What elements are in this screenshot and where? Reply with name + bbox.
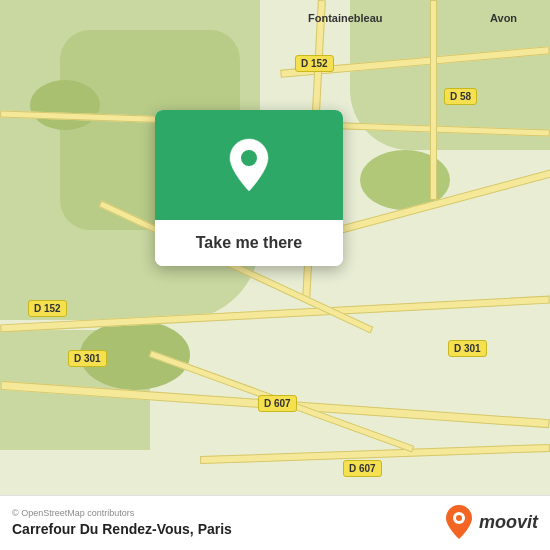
green-patch-1: [30, 80, 100, 130]
popup-card: Take me there: [155, 110, 343, 266]
road-label-d301-right: D 301: [448, 340, 487, 357]
road-label-d152-left: D 152: [28, 300, 67, 317]
road-label-d301-left: D 301: [68, 350, 107, 367]
moovit-pin-icon: [445, 504, 473, 540]
location-name: Carrefour Du Rendez-Vous, Paris: [12, 521, 232, 537]
town-label-fontainebleau: Fontainebleau: [308, 12, 383, 24]
svg-point-2: [456, 515, 462, 521]
town-label-avon: Avon: [490, 12, 517, 24]
take-me-there-button[interactable]: Take me there: [155, 220, 343, 266]
copyright-text: © OpenStreetMap contributors: [12, 508, 232, 518]
road-label-d607-right: D 607: [343, 460, 382, 477]
bottom-left-info: © OpenStreetMap contributors Carrefour D…: [12, 508, 232, 537]
moovit-brand-text: moovit: [479, 512, 538, 533]
road-label-d152-top: D 152: [295, 55, 334, 72]
popup-header: [155, 110, 343, 220]
road-label-d607-center: D 607: [258, 395, 297, 412]
bottom-bar: © OpenStreetMap contributors Carrefour D…: [0, 495, 550, 550]
road-label-d58: D 58: [444, 88, 477, 105]
road-vertical-2: [430, 0, 437, 200]
location-pin-icon: [227, 137, 271, 193]
svg-point-0: [241, 150, 257, 166]
map-container: D 152 D 58 D 152 D 301 D 301 D 607 D 607…: [0, 0, 550, 550]
moovit-logo: moovit: [445, 504, 538, 540]
